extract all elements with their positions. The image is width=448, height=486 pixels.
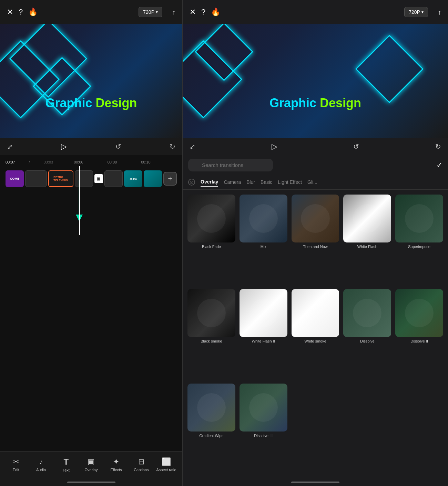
close-icon[interactable]: ✕	[7, 8, 13, 17]
filter-tab-none[interactable]: ⊘	[188, 179, 195, 186]
right-text-green: Design	[316, 96, 361, 110]
transition-label-superimpose: Superimpose	[408, 245, 430, 249]
add-clip-button[interactable]: +	[163, 172, 177, 186]
transition-label-then-now: Then and Now	[303, 245, 328, 249]
upload-icon[interactable]: ↑	[172, 8, 175, 16]
transition-thumb-dissolve-2	[395, 289, 443, 337]
clip-cyan-label: anima	[129, 177, 137, 181]
audio-icon: ♪	[39, 457, 43, 466]
transition-white-smoke[interactable]: White smoke	[292, 289, 339, 379]
undo-icon[interactable]: ↺	[115, 142, 121, 151]
clip-transition[interactable]: ▣	[94, 174, 103, 183]
toolbar-audio[interactable]: ♪ Audio	[31, 457, 51, 472]
edit-icon: ✂	[13, 457, 19, 466]
clip-retro-label: RETROTELEVISIO	[53, 176, 68, 182]
transition-dissolve[interactable]: Dissolve	[343, 289, 391, 379]
clip-cyan-2[interactable]	[144, 170, 162, 187]
total-time-value: 03:03	[44, 160, 53, 164]
transition-thumb-black-fade	[187, 195, 235, 242]
timeline-tracks: COME RETROTELEVISIO ▣ anima +	[0, 166, 182, 235]
right-top-bar: ✕ ? 🔥 720P ↑	[183, 0, 448, 24]
toolbar-aspect-ratio[interactable]: ⬜ Aspect ratio	[156, 457, 177, 472]
right-quality-button[interactable]: 720P	[404, 7, 428, 17]
aspect-ratio-label: Aspect ratio	[156, 468, 176, 472]
current-time: 00:07	[6, 160, 15, 164]
right-video-preview: Graphic Design	[183, 24, 448, 138]
transition-label-white-flash-2: White Flash II	[252, 339, 275, 343]
timeline-area: 00:07 / 03:03 00:06 00:08 00:10 COME	[0, 155, 182, 451]
filter-tab-camera[interactable]: Camera	[224, 178, 241, 186]
search-input[interactable]	[188, 159, 273, 171]
clip-retro[interactable]: RETROTELEVISIO	[48, 170, 73, 187]
right-upload-icon[interactable]: ↑	[438, 8, 441, 16]
filter-tab-blur[interactable]: Blur	[246, 178, 255, 186]
fullscreen-icon[interactable]: ⤢	[7, 142, 13, 151]
video-text: Graphic Design	[45, 96, 137, 110]
toolbar-captions[interactable]: ⊟ Captions	[131, 457, 152, 472]
filter-tab-gli[interactable]: Gli...	[307, 178, 317, 186]
transition-white-flash[interactable]: White Flash	[343, 195, 391, 285]
search-bar-container: 🔍 ✓	[183, 155, 448, 175]
redo-icon[interactable]: ↻	[170, 142, 175, 151]
aspect-ratio-icon: ⬜	[162, 457, 171, 466]
right-play-button[interactable]: ▷	[272, 142, 277, 151]
toolbar-text[interactable]: T Text	[56, 457, 77, 472]
transition-black-fade[interactable]: Black Fade	[187, 195, 235, 285]
right-redo-icon[interactable]: ↻	[435, 142, 441, 151]
transition-white-flash-2[interactable]: White Flash II	[240, 289, 287, 379]
clip-purple-label: COME	[9, 176, 20, 181]
transition-thumb-superimpose	[395, 195, 443, 242]
time-marker-2: 00:08	[108, 160, 117, 164]
text-icon: T	[63, 457, 69, 467]
transition-label-mix: Mix	[261, 245, 266, 249]
home-indicator-right	[291, 482, 339, 483]
transition-label-black-fade: Black Fade	[202, 245, 221, 249]
transition-gradient-wipe[interactable]: Gradient Wipe	[187, 384, 235, 474]
transition-label-gradient-wipe: Gradient Wipe	[199, 434, 223, 438]
right-close-icon[interactable]: ✕	[190, 8, 196, 17]
clip-cyan-1[interactable]: anima	[124, 170, 142, 187]
filter-tab-light-effect[interactable]: Light Effect	[278, 178, 302, 186]
transition-mix[interactable]: Mix	[240, 195, 287, 285]
left-panel: ✕ ? 🔥 720P ↑ Graphic Design ⤢ ▷ ↺ ↻ 00	[0, 0, 183, 486]
time-marker-3: 00:10	[141, 160, 151, 164]
filter-tab-overlay[interactable]: Overlay	[201, 178, 218, 187]
toolbar-effects[interactable]: ✦ Effects	[106, 457, 126, 472]
edit-label: Edit	[13, 468, 19, 472]
right-undo-icon[interactable]: ↺	[353, 142, 359, 151]
transition-then-now[interactable]: Then and Now	[292, 195, 339, 285]
filter-tab-basic[interactable]: Basic	[261, 178, 272, 186]
effects-label: Effects	[110, 468, 122, 472]
video-text-green: Design	[92, 96, 137, 110]
right-video-text: Graphic Design	[269, 96, 361, 110]
transition-black-smoke[interactable]: Black smoke	[187, 289, 235, 379]
clip-dark-1[interactable]	[25, 170, 47, 187]
toolbar-overlay[interactable]: ▣ Overlay	[81, 457, 101, 472]
transition-dissolve-3[interactable]: Dissolve III	[240, 384, 287, 474]
transition-thumb-white-flash	[343, 195, 391, 242]
time-marker-1: 00:06	[74, 160, 83, 164]
clip-person-2[interactable]	[104, 170, 123, 187]
right-fullscreen-icon[interactable]: ⤢	[190, 142, 195, 151]
timeline-ruler: 00:07 / 03:03 00:06 00:08 00:10	[0, 158, 182, 166]
video-text-cyan: Graphic	[45, 96, 92, 110]
right-help-icon[interactable]: ?	[201, 8, 205, 17]
clip-purple[interactable]: COME	[6, 170, 24, 187]
transition-label-dissolve: Dissolve	[360, 339, 375, 343]
play-button[interactable]: ▷	[61, 142, 67, 151]
captions-label: Captions	[134, 468, 149, 472]
quality-button[interactable]: 720P	[139, 7, 162, 17]
right-panel: ✕ ? 🔥 720P ↑ Graphic Design ⤢ ▷ ↺ ↻ 🔍	[183, 0, 448, 486]
total-time: /	[29, 160, 30, 164]
left-playback-controls: ⤢ ▷ ↺ ↻	[0, 138, 182, 155]
transition-superimpose[interactable]: Superimpose	[395, 195, 443, 285]
checkmark-button[interactable]: ✓	[436, 161, 442, 170]
text-label: Text	[63, 468, 70, 472]
filter-tabs: ⊘ Overlay Camera Blur Basic Light Effect…	[183, 175, 448, 190]
help-icon[interactable]: ?	[19, 8, 23, 17]
transition-label-dissolve-2: Dissolve II	[410, 339, 428, 343]
transition-thumb-white-smoke	[292, 289, 339, 337]
transition-thumb-mix	[240, 195, 287, 242]
transition-dissolve-2[interactable]: Dissolve II	[395, 289, 443, 379]
toolbar-edit[interactable]: ✂ Edit	[6, 457, 26, 472]
